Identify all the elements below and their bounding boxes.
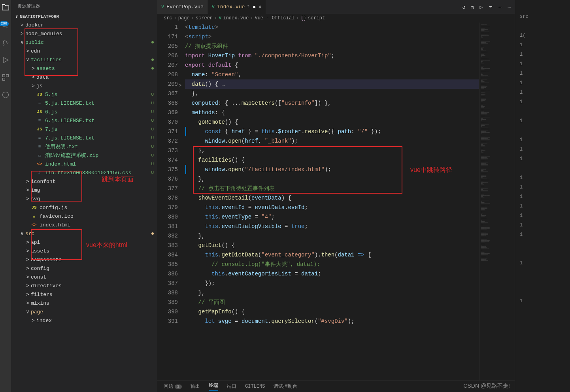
layout-icon[interactable]: ▭ xyxy=(499,4,502,10)
code-line[interactable]: this.eventDialogVisible = true; xyxy=(185,222,479,231)
code-line[interactable]: <script> xyxy=(185,32,479,41)
code-line[interactable]: // 平面图 xyxy=(185,298,479,307)
code-line[interactable]: import HoverTip from "./components/Hover… xyxy=(185,51,479,60)
project-header[interactable]: ∨ NEATIOTPLATFORM xyxy=(11,12,157,21)
diff-icon[interactable]: ⇅ xyxy=(471,4,474,10)
tree-item[interactable]: >filters xyxy=(11,290,157,299)
svg-marker-4 xyxy=(4,57,8,62)
panel-tab[interactable]: 终端 xyxy=(209,382,218,391)
tree-item[interactable]: ≡5.js.LICENSE.txtU xyxy=(11,99,157,107)
tree-item[interactable]: >docker xyxy=(11,21,157,29)
tree-item[interactable]: >config xyxy=(11,264,157,273)
code-line[interactable]: let svgc = document.querySelector("#svgD… xyxy=(185,317,479,326)
chevron-icon: > xyxy=(20,31,25,37)
app-root: 298 资源管理器 ∨ NEATIOTPLATFORM >docker>node… xyxy=(0,0,570,392)
chevron-icon: ∨ xyxy=(20,39,25,45)
tree-item[interactable]: >js xyxy=(11,81,157,90)
editor-tab[interactable]: Vindex.vue1●× xyxy=(208,0,266,14)
code-line[interactable]: methods: { xyxy=(185,108,479,117)
panel-tab[interactable]: 调试控制台 xyxy=(274,383,297,390)
tree-item[interactable]: >mixins xyxy=(11,299,157,307)
file-icon: <> xyxy=(36,162,43,166)
code-line[interactable]: showEventDetail(eventData) { xyxy=(185,193,479,203)
code-content[interactable]: <template><script>// 描点提示组件import HoverT… xyxy=(185,23,479,380)
annotation-box-1 xyxy=(25,28,78,76)
panel-tab[interactable]: GITLENS xyxy=(245,384,265,389)
panel-tab[interactable]: 输出 xyxy=(191,383,200,390)
code-line[interactable]: }, xyxy=(185,89,479,98)
breadcrumb-item[interactable]: page xyxy=(178,15,190,21)
file-label: index.html xyxy=(45,161,149,167)
chevron-icon: > xyxy=(31,83,36,89)
tree-item[interactable]: JSconfig.js xyxy=(11,203,157,212)
breadcrumb[interactable]: src›page›screen›Vindex.vue›Vue - Officia… xyxy=(157,14,515,23)
minimap[interactable]: ▬▬▬▬▬▬▬▬▬▬▬▬ ▬▬▬▬▬▬▬▬▬▬▬▬▬▬▬▬▬▬▬ ▬▬▬▬▬▬▬… xyxy=(479,23,515,380)
file-label: 6.js xyxy=(45,109,149,115)
file-label: 消防设施监控系统.zip xyxy=(45,152,149,159)
tree-item[interactable]: >const xyxy=(11,273,157,281)
file-label: js xyxy=(36,83,154,89)
code-editor[interactable]: 1171205206207208209>36736836937037137237… xyxy=(157,23,515,380)
code-line[interactable]: // console.log("事件大类", data1); xyxy=(185,260,479,269)
tree-item[interactable]: JS5.jsU xyxy=(11,90,157,99)
right-pane: src1(11111111111111111111 xyxy=(515,0,570,392)
file-label: favicon.ico xyxy=(40,213,154,219)
split-icon[interactable]: ⫟ xyxy=(488,4,493,10)
code-line[interactable]: this.eventId = eventData.eveId; xyxy=(185,203,479,212)
code-line[interactable]: }, xyxy=(185,231,479,241)
tree-item[interactable]: <>index.htmlU xyxy=(11,160,157,168)
code-line[interactable]: <template> xyxy=(185,23,479,32)
breadcrumb-item[interactable]: script xyxy=(308,15,325,21)
code-line[interactable]: const { href } = this.$router.resolve({ … xyxy=(185,127,479,136)
code-line[interactable]: export default { xyxy=(185,60,479,70)
code-line[interactable]: }, xyxy=(185,288,479,298)
code-line[interactable]: window.open(href, "_blank"); xyxy=(185,136,479,146)
panel-tab[interactable]: 问题1 xyxy=(164,383,182,390)
code-line[interactable]: goRemote() { xyxy=(185,117,479,127)
close-icon[interactable]: × xyxy=(258,4,261,10)
tree-item[interactable]: >directives xyxy=(11,281,157,290)
code-line[interactable]: this.eventType = "4"; xyxy=(185,212,479,222)
tree-item[interactable]: JS7.jsU xyxy=(11,125,157,134)
code-line[interactable]: computed: { ...mapGetters(["userInfo"]) … xyxy=(185,98,479,108)
code-line[interactable]: this.eventCategoriesList = data1; xyxy=(185,269,479,279)
explorer-icon[interactable] xyxy=(1,3,10,13)
code-line[interactable]: }); xyxy=(185,279,479,288)
more-icon[interactable]: ⋯ xyxy=(508,4,511,10)
tab-bar: VEventPop.vueVindex.vue1●× ↺ ⇅ ▷ ⫟ ▭ ⋯ xyxy=(157,0,515,14)
breadcrumb-item[interactable]: screen xyxy=(196,15,213,21)
code-line[interactable]: name: "Screen", xyxy=(185,70,479,79)
svg-point-8 xyxy=(3,92,9,98)
code-line[interactable]: data() { … xyxy=(185,79,479,89)
code-line[interactable]: this.getDictData("event_category").then(… xyxy=(185,250,479,260)
tree-item[interactable]: ≡7.js.LICENSE.txtU xyxy=(11,134,157,142)
file-icon: ≡ xyxy=(36,144,43,149)
tab-label: EventPop.vue xyxy=(166,4,204,10)
panel-tab[interactable]: 端口 xyxy=(227,383,236,390)
history-icon[interactable]: ↺ xyxy=(462,4,466,10)
editor-tab[interactable]: VEventPop.vue xyxy=(157,0,208,14)
code-line[interactable]: // 描点提示组件 xyxy=(185,41,479,51)
tree-item[interactable]: ▭消防设施监控系统.zipU xyxy=(11,151,157,160)
breadcrumb-item[interactable]: Vue - Official xyxy=(255,15,294,21)
tree-item[interactable]: >index xyxy=(11,316,157,325)
file-label: index.html xyxy=(40,222,154,228)
breadcrumb-item[interactable]: index.vue xyxy=(223,15,249,21)
run-icon[interactable]: ▷ xyxy=(480,4,483,10)
tree-item[interactable]: ★favicon.ico xyxy=(11,212,157,220)
tab-label: index.vue xyxy=(217,4,245,10)
ext-icon[interactable] xyxy=(1,73,10,82)
git-status: U xyxy=(149,170,154,175)
tree-item[interactable]: JS6.jsU xyxy=(11,107,157,116)
code-line[interactable]: getMapInfo() { xyxy=(185,307,479,317)
scm-icon[interactable] xyxy=(1,38,10,47)
tree-item[interactable]: ≡6.js.LICENSE.txtU xyxy=(11,116,157,125)
breadcrumb-item[interactable]: src xyxy=(164,15,172,21)
remote-icon[interactable] xyxy=(1,90,10,100)
tree-item[interactable]: ∨page xyxy=(11,307,157,316)
tree-item[interactable]: ≡使用说明.txtU xyxy=(11,142,157,151)
tree-item[interactable]: <>index.html xyxy=(11,220,157,229)
debug-icon[interactable] xyxy=(1,55,10,65)
code-line[interactable]: getDict() { xyxy=(185,241,479,250)
fold-icon[interactable]: > xyxy=(179,81,181,90)
